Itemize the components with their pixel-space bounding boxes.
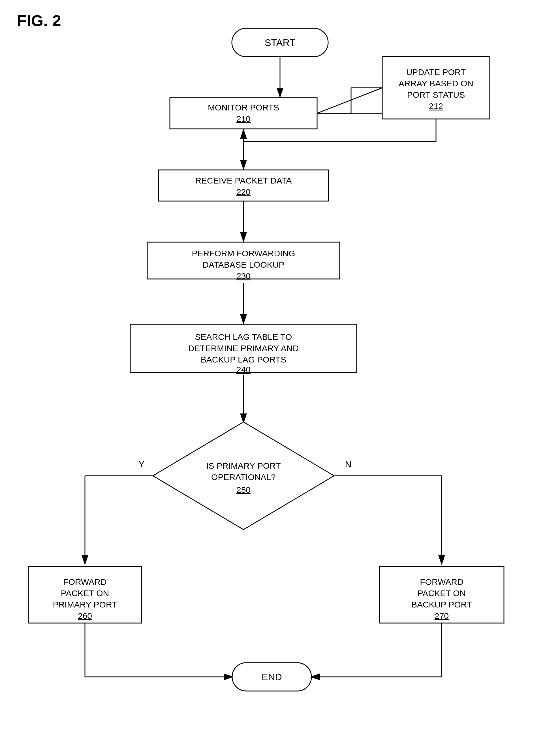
svg-text:PACKET ON: PACKET ON <box>417 588 466 598</box>
svg-text:FORWARD: FORWARD <box>63 577 106 586</box>
svg-text:220: 220 <box>236 187 250 197</box>
svg-text:RECEIVE PACKET DATA: RECEIVE PACKET DATA <box>195 176 292 185</box>
svg-line-13 <box>317 88 382 113</box>
svg-text:DETERMINE PRIMARY AND: DETERMINE PRIMARY AND <box>188 343 299 353</box>
svg-text:PERFORM FORWARDING: PERFORM FORWARDING <box>192 249 295 258</box>
svg-text:SEARCH LAG TABLE TO: SEARCH LAG TABLE TO <box>195 332 292 341</box>
svg-text:240: 240 <box>236 365 250 374</box>
svg-text:270: 270 <box>435 611 449 621</box>
svg-text:BACKUP LAG PORTS: BACKUP LAG PORTS <box>201 355 286 364</box>
svg-text:N: N <box>345 459 351 469</box>
svg-text:OPERATIONAL?: OPERATIONAL? <box>211 472 276 482</box>
svg-text:Y: Y <box>138 459 145 469</box>
svg-text:MONITOR PORTS: MONITOR PORTS <box>208 103 279 112</box>
flowchart-diagram: START MONITOR PORTS 210 UPDATE PORT ARRA… <box>0 0 560 742</box>
svg-text:PRIMARY PORT: PRIMARY PORT <box>53 600 117 609</box>
svg-text:PACKET ON: PACKET ON <box>61 588 109 598</box>
svg-rect-4 <box>170 98 317 129</box>
svg-text:DATABASE LOOKUP: DATABASE LOOKUP <box>203 260 285 269</box>
svg-text:250: 250 <box>236 485 250 494</box>
svg-text:FORWARD: FORWARD <box>420 577 463 586</box>
svg-text:START: START <box>265 37 295 48</box>
svg-text:BACKUP PORT: BACKUP PORT <box>411 600 472 609</box>
svg-text:212: 212 <box>429 101 443 111</box>
svg-text:IS PRIMARY PORT: IS PRIMARY PORT <box>206 461 281 470</box>
svg-text:PORT STATUS: PORT STATUS <box>407 90 465 99</box>
svg-text:UPDATE PORT: UPDATE PORT <box>406 67 466 77</box>
svg-text:END: END <box>262 672 282 682</box>
svg-text:210: 210 <box>236 114 250 123</box>
svg-text:230: 230 <box>236 271 250 281</box>
svg-text:ARRAY BASED ON: ARRAY BASED ON <box>399 79 473 88</box>
svg-text:260: 260 <box>78 611 92 621</box>
